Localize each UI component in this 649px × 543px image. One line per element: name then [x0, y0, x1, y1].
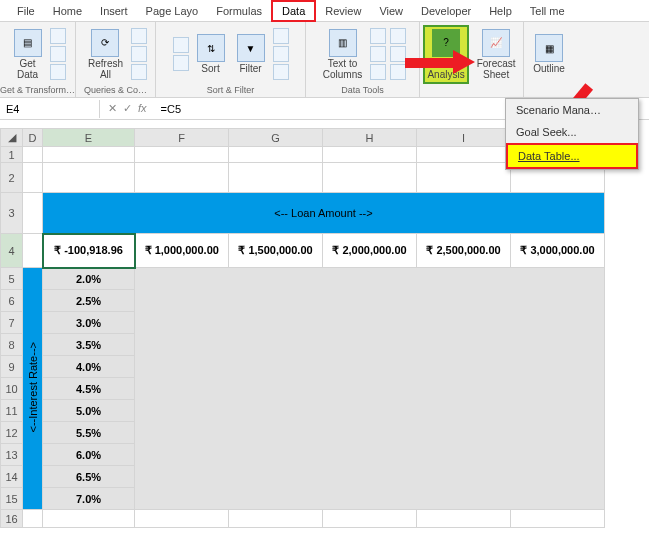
- row-header[interactable]: 5: [1, 268, 23, 290]
- menu-help[interactable]: Help: [480, 2, 521, 20]
- rate-cell[interactable]: 5.0%: [43, 400, 135, 422]
- columns-icon: ▥: [329, 29, 357, 57]
- col-header[interactable]: G: [229, 129, 323, 147]
- row-header[interactable]: 4: [1, 234, 23, 268]
- row-header[interactable]: 1: [1, 147, 23, 163]
- validation-icon[interactable]: [370, 64, 386, 80]
- fx-icon[interactable]: fx: [138, 102, 147, 115]
- from-web-icon[interactable]: [50, 46, 66, 62]
- outline-icon: ▦: [535, 34, 563, 62]
- enter-icon[interactable]: ✓: [123, 102, 132, 115]
- col-header[interactable]: E: [43, 129, 135, 147]
- get-data-button[interactable]: ▤Get Data: [10, 27, 46, 82]
- rate-cell[interactable]: 4.5%: [43, 378, 135, 400]
- col-header[interactable]: D: [23, 129, 43, 147]
- select-all[interactable]: ◢: [1, 129, 23, 147]
- active-cell[interactable]: ₹ -100,918.96: [43, 234, 135, 268]
- menu-tellme[interactable]: Tell me: [521, 2, 574, 20]
- filter-button[interactable]: ▼Filter: [233, 32, 269, 76]
- sort-desc-icon[interactable]: [173, 55, 189, 71]
- from-text-icon[interactable]: [50, 28, 66, 44]
- rate-cell[interactable]: 2.5%: [43, 290, 135, 312]
- forecast-icon: 📈: [482, 29, 510, 57]
- row-header[interactable]: 9: [1, 356, 23, 378]
- menu-scenario-manager[interactable]: Scenario Mana…: [506, 99, 638, 121]
- data-table-body[interactable]: [135, 268, 605, 510]
- amount-header[interactable]: ₹ 2,000,000.00: [323, 234, 417, 268]
- row-header[interactable]: 13: [1, 444, 23, 466]
- menu-home[interactable]: Home: [44, 2, 91, 20]
- row-header[interactable]: 6: [1, 290, 23, 312]
- ribbon: ▤Get Data Get & Transform… ⟳Refresh All …: [0, 22, 649, 98]
- amount-header[interactable]: ₹ 2,500,000.00: [417, 234, 511, 268]
- spreadsheet-grid[interactable]: ◢ D E F G H I J 1 2 3<-- Loan Amount -->…: [0, 128, 605, 528]
- rate-cell[interactable]: 6.5%: [43, 466, 135, 488]
- menu-pagelayout[interactable]: Page Layo: [137, 2, 208, 20]
- group-label: Queries & Co…: [84, 84, 147, 97]
- menu-insert[interactable]: Insert: [91, 2, 137, 20]
- arrow-annotation: [405, 52, 475, 74]
- advanced-icon[interactable]: [273, 64, 289, 80]
- rate-cell[interactable]: 6.0%: [43, 444, 135, 466]
- row-header[interactable]: 15: [1, 488, 23, 510]
- rate-cell[interactable]: 3.0%: [43, 312, 135, 334]
- outline-button[interactable]: ▦Outline: [529, 32, 569, 76]
- cancel-icon[interactable]: ✕: [108, 102, 117, 115]
- sort-button[interactable]: ⇅Sort: [193, 32, 229, 76]
- row-header[interactable]: 8: [1, 334, 23, 356]
- row-header[interactable]: 11: [1, 400, 23, 422]
- text-to-columns-button[interactable]: ▥Text to Columns: [319, 27, 366, 82]
- row-header[interactable]: 12: [1, 422, 23, 444]
- menu-data[interactable]: Data: [271, 0, 316, 22]
- consolidate-icon[interactable]: [390, 28, 406, 44]
- sort-asc-icon[interactable]: [173, 37, 189, 53]
- refresh-icon: ⟳: [91, 29, 119, 57]
- refresh-all-button[interactable]: ⟳Refresh All: [84, 27, 127, 82]
- properties-icon[interactable]: [131, 46, 147, 62]
- data-model-icon[interactable]: [390, 64, 406, 80]
- remove-dups-icon[interactable]: [370, 46, 386, 62]
- col-header[interactable]: H: [323, 129, 417, 147]
- col-header[interactable]: F: [135, 129, 229, 147]
- name-box[interactable]: E4: [0, 100, 100, 118]
- row-header[interactable]: 7: [1, 312, 23, 334]
- queries-icon[interactable]: [131, 28, 147, 44]
- menu-view[interactable]: View: [370, 2, 412, 20]
- group-label: Sort & Filter: [207, 84, 255, 97]
- flash-fill-icon[interactable]: [370, 28, 386, 44]
- forecast-sheet-button[interactable]: 📈Forecast Sheet: [473, 27, 520, 82]
- group-label: Data Tools: [341, 84, 383, 97]
- group-label: [548, 84, 551, 97]
- reapply-icon[interactable]: [273, 46, 289, 62]
- group-label: [470, 84, 473, 97]
- edit-links-icon[interactable]: [131, 64, 147, 80]
- relationships-icon[interactable]: [390, 46, 406, 62]
- rate-cell[interactable]: 2.0%: [43, 268, 135, 290]
- from-table-icon[interactable]: [50, 64, 66, 80]
- row-header[interactable]: 3: [1, 193, 23, 234]
- rate-cell[interactable]: 3.5%: [43, 334, 135, 356]
- menu-developer[interactable]: Developer: [412, 2, 480, 20]
- menu-bar: File Home Insert Page Layo Formulas Data…: [0, 0, 649, 22]
- row-header[interactable]: 16: [1, 510, 23, 528]
- amount-header[interactable]: ₹ 3,000,000.00: [511, 234, 605, 268]
- rate-cell[interactable]: 5.5%: [43, 422, 135, 444]
- row-header[interactable]: 14: [1, 466, 23, 488]
- amount-header[interactable]: ₹ 1,000,000.00: [135, 234, 229, 268]
- menu-data-table[interactable]: Data Table...: [506, 143, 638, 169]
- whatif-dropdown: Scenario Mana… Goal Seek... Data Table..…: [505, 98, 639, 170]
- col-header[interactable]: I: [417, 129, 511, 147]
- row-header[interactable]: 2: [1, 163, 23, 193]
- database-icon: ▤: [14, 29, 42, 57]
- menu-review[interactable]: Review: [316, 2, 370, 20]
- rate-cell[interactable]: 4.0%: [43, 356, 135, 378]
- menu-formulas[interactable]: Formulas: [207, 2, 271, 20]
- table-title: <-- Loan Amount -->: [43, 193, 605, 234]
- clear-icon[interactable]: [273, 28, 289, 44]
- row-header[interactable]: 10: [1, 378, 23, 400]
- rate-cell[interactable]: 7.0%: [43, 488, 135, 510]
- interest-rate-label: <--Interest Rate-->: [23, 268, 43, 510]
- menu-file[interactable]: File: [8, 2, 44, 20]
- amount-header[interactable]: ₹ 1,500,000.00: [229, 234, 323, 268]
- menu-goal-seek[interactable]: Goal Seek...: [506, 121, 638, 143]
